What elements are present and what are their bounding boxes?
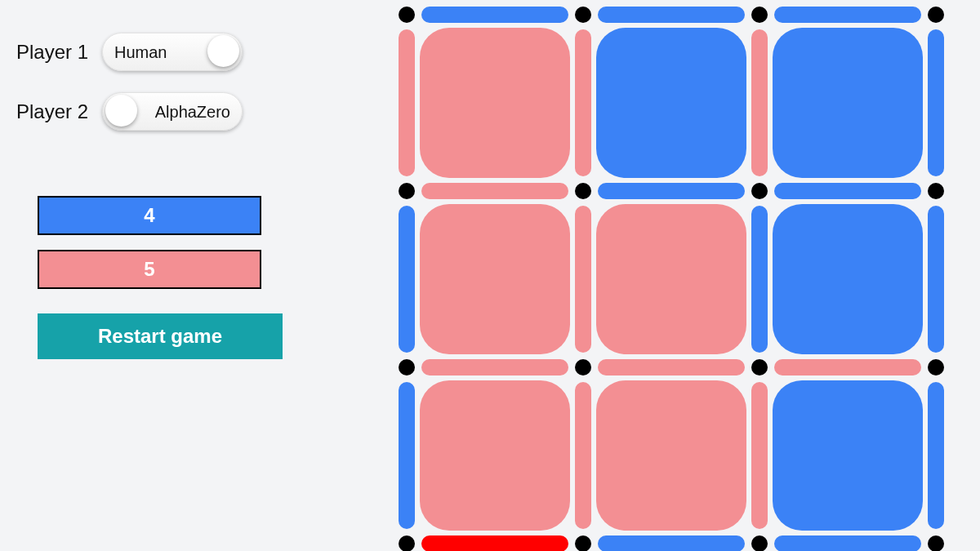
- control-panel: Player 1 Human Player 2 AlphaZero 4 5 Re…: [0, 0, 392, 551]
- h-edge-3-0[interactable]: [421, 535, 568, 551]
- h-edge-1-1[interactable]: [598, 183, 745, 199]
- score-player1: 4: [38, 196, 261, 235]
- dot-0-1: [575, 7, 591, 23]
- player1-label: Player 1: [16, 41, 94, 64]
- cell-2-0: [420, 380, 570, 531]
- h-edge-3-2[interactable]: [774, 535, 921, 551]
- h-edge-2-2[interactable]: [774, 359, 921, 375]
- v-edge-0-3[interactable]: [928, 29, 944, 176]
- dot-1-1: [575, 183, 591, 199]
- score-player2: 5: [38, 250, 261, 289]
- dot-2-0: [399, 359, 415, 375]
- v-edge-0-1[interactable]: [575, 29, 591, 176]
- v-edge-1-3[interactable]: [928, 206, 944, 353]
- player2-row: Player 2 AlphaZero: [16, 92, 376, 131]
- player2-toggle-knob: [105, 95, 137, 127]
- player1-toggle[interactable]: Human: [102, 33, 243, 71]
- h-edge-1-0[interactable]: [421, 183, 568, 199]
- h-edge-0-0[interactable]: [421, 7, 568, 23]
- v-edge-1-0[interactable]: [399, 206, 415, 353]
- game-board: [392, 0, 964, 551]
- cell-1-2: [773, 204, 923, 354]
- v-edge-1-2[interactable]: [751, 206, 768, 353]
- player1-toggle-knob: [207, 35, 239, 67]
- h-edge-0-1[interactable]: [598, 7, 745, 23]
- cell-0-0: [420, 28, 570, 178]
- cell-2-2: [773, 380, 923, 531]
- h-edge-0-2[interactable]: [774, 7, 921, 23]
- dot-3-3: [928, 535, 944, 551]
- h-edge-2-1[interactable]: [598, 359, 745, 375]
- dot-1-3: [928, 183, 944, 199]
- player2-label: Player 2: [16, 100, 94, 123]
- v-edge-0-2[interactable]: [751, 29, 768, 176]
- restart-button[interactable]: Restart game: [38, 313, 283, 359]
- v-edge-2-2[interactable]: [751, 382, 768, 529]
- h-edge-1-2[interactable]: [774, 183, 921, 199]
- dot-1-0: [399, 183, 415, 199]
- cell-1-0: [420, 204, 570, 354]
- dot-3-0: [399, 535, 415, 551]
- cell-2-1: [596, 380, 746, 531]
- dot-2-1: [575, 359, 591, 375]
- v-edge-2-3[interactable]: [928, 382, 944, 529]
- cell-0-1: [596, 28, 746, 178]
- dot-0-3: [928, 7, 944, 23]
- dot-3-2: [751, 535, 768, 551]
- v-edge-1-1[interactable]: [575, 206, 591, 353]
- dot-0-2: [751, 7, 768, 23]
- dot-2-2: [751, 359, 768, 375]
- dot-2-3: [928, 359, 944, 375]
- cell-1-1: [596, 204, 746, 354]
- cell-0-2: [773, 28, 923, 178]
- dot-1-2: [751, 183, 768, 199]
- v-edge-2-1[interactable]: [575, 382, 591, 529]
- h-edge-2-0[interactable]: [421, 359, 568, 375]
- dot-3-1: [575, 535, 591, 551]
- player1-toggle-label: Human: [114, 42, 167, 61]
- player1-row: Player 1 Human: [16, 33, 376, 71]
- v-edge-2-0[interactable]: [399, 382, 415, 529]
- player2-toggle-label: AlphaZero: [155, 102, 230, 121]
- h-edge-3-1[interactable]: [598, 535, 745, 551]
- v-edge-0-0[interactable]: [399, 29, 415, 176]
- dot-0-0: [399, 7, 415, 23]
- player2-toggle[interactable]: AlphaZero: [102, 92, 243, 131]
